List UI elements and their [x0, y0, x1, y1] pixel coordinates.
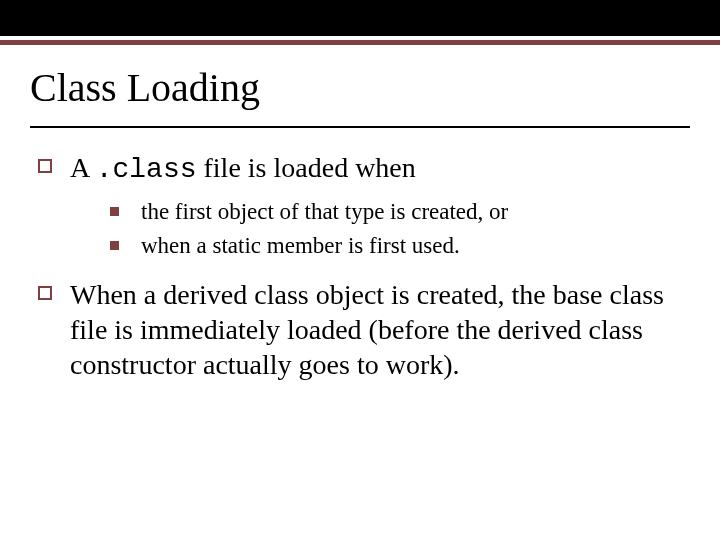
bullet-text-1: A .class file is loaded when — [70, 150, 416, 187]
title-underline — [30, 126, 690, 128]
bullet-text-2: When a derived class object is created, … — [70, 277, 670, 382]
b1-code: .class — [96, 154, 197, 185]
bullet-item-1: A .class file is loaded when — [38, 150, 670, 187]
sub-bullet-text-2: when a static member is first used. — [141, 231, 460, 261]
slide-title: Class Loading — [30, 66, 690, 110]
accent-rule — [0, 40, 720, 45]
bullet-item-2: When a derived class object is created, … — [38, 277, 670, 382]
sub-bullet-item-2: when a static member is first used. — [110, 231, 670, 261]
slide: Class Loading A .class file is loaded wh… — [0, 0, 720, 540]
filled-square-icon — [110, 241, 119, 250]
b1-prefix: A — [70, 152, 96, 183]
sub-bullet-list: the first object of that type is created… — [110, 197, 670, 261]
b1-suffix: file is loaded when — [197, 152, 416, 183]
slide-body: A .class file is loaded when the first o… — [38, 150, 670, 392]
filled-square-icon — [110, 207, 119, 216]
hollow-square-icon — [38, 159, 52, 173]
sub-bullet-text-1: the first object of that type is created… — [141, 197, 508, 227]
hollow-square-icon — [38, 286, 52, 300]
top-band — [0, 0, 720, 36]
sub-bullet-item-1: the first object of that type is created… — [110, 197, 670, 227]
